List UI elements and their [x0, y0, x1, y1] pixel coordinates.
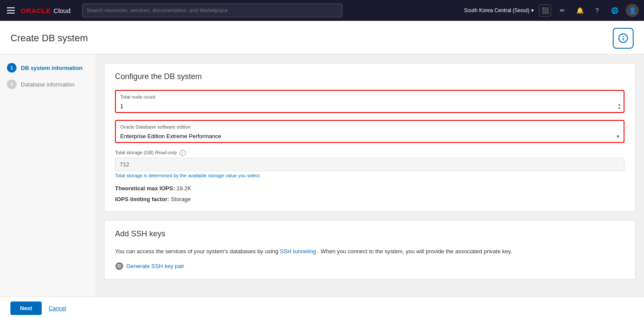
region-label: South Korea Central (Seoul) [464, 7, 529, 13]
svg-point-1 [623, 36, 624, 37]
storage-field-group: Total storage (GB) Read-only i 712 Total… [115, 150, 624, 178]
radio-icon: 🔘 [115, 262, 124, 270]
search-input[interactable] [82, 3, 342, 17]
edit-icon[interactable]: ✏ [556, 4, 568, 17]
chevron-down-icon: ▾ [531, 7, 534, 13]
ssh-desc-part1: You can access the services of your syst… [115, 248, 278, 255]
software-edition-wrapper: Standard Edition Enterprise Edition Ente… [116, 130, 624, 142]
sidebar: 1 DB system information 2 Database infor… [0, 54, 95, 297]
help-icon[interactable]: ? [591, 4, 603, 17]
user-avatar[interactable]: 👤 [626, 4, 639, 17]
sidebar-label-database: Database information [21, 81, 75, 88]
brand-logo: ORACLE Cloud [21, 7, 71, 14]
configure-section: Configure the DB system Total node count… [104, 63, 635, 212]
limiting-factor-value-text: Storage [171, 196, 191, 202]
ssh-description: You can access the services of your syst… [115, 247, 624, 256]
svg-rect-2 [623, 38, 624, 40]
storage-hint: Total storage is determined by the avail… [115, 173, 624, 178]
limiting-factor-label: IOPS limiting factor: [115, 196, 169, 202]
storage-label: Total storage (GB) Read-only i [115, 150, 624, 156]
page-title: Create DB system [10, 33, 88, 44]
node-count-field-group: Total node count 1 ▲ ▼ [115, 90, 624, 113]
cancel-button[interactable]: Cancel [49, 305, 66, 311]
readonly-tag: Read-only [155, 150, 177, 155]
node-count-wrapper: 1 ▲ ▼ [116, 100, 624, 112]
storage-info-icon[interactable]: i [180, 150, 186, 156]
ssh-title: Add SSH keys [115, 229, 624, 238]
generate-ssh-label: Generate SSH key pair [126, 263, 184, 269]
node-count-spinner[interactable]: ▲ ▼ [618, 103, 621, 110]
max-iops-stat: Theoretical max IOPS: 19.2K [115, 185, 624, 192]
terminal-icon[interactable]: ⬛ [539, 4, 551, 17]
storage-value: 712 [115, 158, 624, 171]
ssh-tunneling-link[interactable]: SSH tunneling [280, 248, 316, 255]
help-widget[interactable] [613, 28, 634, 49]
sidebar-item-database[interactable]: 2 Database information [7, 80, 89, 89]
search-bar[interactable] [82, 3, 342, 17]
node-count-label: Total node count [116, 91, 624, 99]
software-edition-label: Oracle Database software edition [116, 121, 624, 129]
page-container: Create DB system 1 DB system information… [0, 21, 644, 318]
main-content: 1 DB system information 2 Database infor… [0, 54, 644, 297]
spin-down-icon[interactable]: ▼ [618, 106, 621, 110]
cloud-label: Cloud [53, 7, 70, 14]
content-area: Configure the DB system Total node count… [95, 54, 644, 297]
node-count-input[interactable]: 1 [116, 100, 624, 112]
max-iops-value-text: 19.2K [177, 185, 191, 192]
bell-icon[interactable]: 🔔 [574, 4, 586, 17]
step-badge-1: 1 [7, 63, 16, 73]
max-iops-label: Theoretical max IOPS: [115, 185, 175, 192]
spin-up-icon[interactable]: ▲ [618, 103, 621, 106]
software-edition-select[interactable]: Standard Edition Enterprise Edition Ente… [116, 130, 624, 142]
globe-icon[interactable]: 🌐 [608, 4, 621, 17]
ssh-desc-part2: . When you connect to the system, you wi… [318, 248, 512, 255]
page-header: Create DB system [0, 21, 644, 54]
step-badge-2: 2 [7, 80, 16, 89]
configure-title: Configure the DB system [115, 72, 624, 81]
app-header: ORACLE Cloud South Korea Central (Seoul)… [0, 0, 644, 21]
sidebar-item-db-system[interactable]: 1 DB system information [7, 63, 89, 73]
limiting-factor-stat: IOPS limiting factor: Storage [115, 196, 624, 202]
oracle-label: ORACLE [21, 7, 51, 14]
next-button[interactable]: Next [10, 301, 42, 315]
header-right-controls: South Korea Central (Seoul) ▾ ⬛ ✏ 🔔 ? 🌐 … [464, 4, 639, 17]
ssh-section: Add SSH keys You can access the services… [104, 220, 635, 279]
region-selector[interactable]: South Korea Central (Seoul) ▾ [464, 7, 534, 13]
generate-ssh-key-link[interactable]: 🔘 Generate SSH key pair [115, 262, 624, 270]
bottom-action-bar: Next Cancel [0, 297, 644, 318]
sidebar-label-db-system: DB system information [21, 65, 82, 71]
hamburger-menu-icon[interactable] [5, 6, 16, 15]
software-edition-field-group: Oracle Database software edition Standar… [115, 120, 624, 143]
